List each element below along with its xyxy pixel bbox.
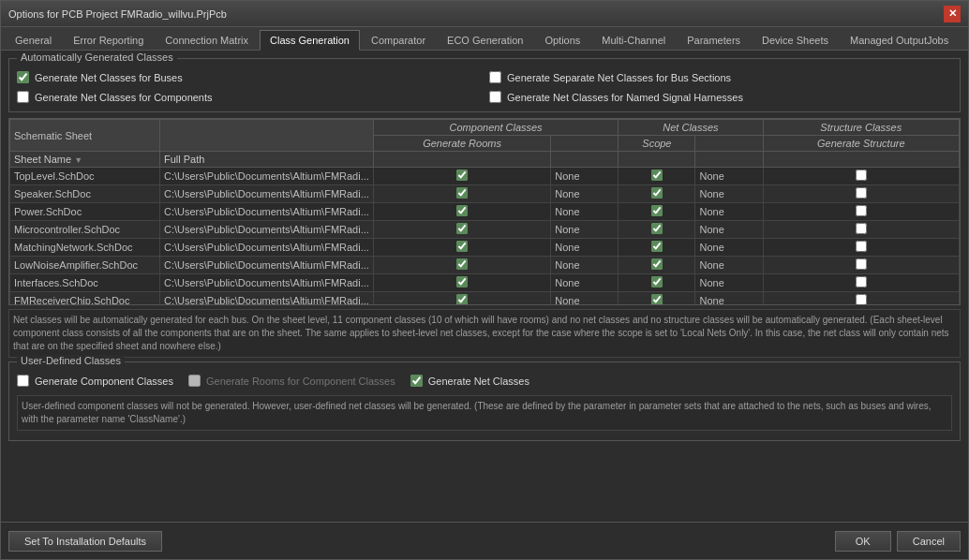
- title-bar: Options for PCB Project FMRadio_willvu.P…: [1, 1, 968, 27]
- tab-parameters[interactable]: Parameters: [677, 30, 751, 50]
- tab-connection-matrix[interactable]: Connection Matrix: [155, 30, 259, 50]
- cell-net-gen-7[interactable]: [619, 292, 695, 306]
- cb-net-buses-row: Generate Net Classes for Buses: [17, 71, 480, 83]
- tab-general[interactable]: General: [5, 30, 62, 50]
- th-comp-scope-val: [551, 152, 619, 168]
- cell-sheet-6: Interfaces.SchDoc: [10, 274, 160, 292]
- cell-comp-gen-6[interactable]: [373, 274, 550, 292]
- table-row[interactable]: Speaker.SchDoc C:\Users\Public\Documents…: [10, 185, 960, 203]
- cell-sheet-1: Speaker.SchDoc: [10, 185, 160, 203]
- table-row[interactable]: Interfaces.SchDoc C:\Users\Public\Docume…: [10, 274, 960, 292]
- cell-struct-gen-7[interactable]: [763, 292, 959, 306]
- cb-net-classes-label: Generate Net Classes: [428, 376, 529, 387]
- ok-button[interactable]: OK: [835, 531, 891, 552]
- cell-sheet-7: FMReceiverChip.SchDoc: [10, 292, 160, 306]
- auto-classes-label: Automatically Generated Classes: [17, 52, 177, 63]
- tab-options[interactable]: Options: [534, 30, 590, 50]
- cell-comp-gen-0[interactable]: [373, 168, 550, 185]
- footer-right: OK Cancel: [835, 531, 961, 552]
- cell-scope2-2: None: [695, 203, 763, 221]
- th-net-scope-val: [695, 152, 763, 168]
- table-row[interactable]: MatchingNetwork.SchDoc C:\Users\Public\D…: [10, 239, 960, 257]
- cb-comp-classes[interactable]: [17, 375, 29, 387]
- table-row[interactable]: Power.SchDoc C:\Users\Public\Documents\A…: [10, 203, 960, 221]
- cell-sheet-0: TopLevel.SchDoc: [10, 168, 160, 185]
- tabs-bar: General Error Reporting Connection Matri…: [1, 27, 968, 51]
- cell-net-gen-6[interactable]: [619, 274, 695, 292]
- cb-separate-bus-sections[interactable]: [489, 71, 501, 83]
- cell-comp-gen-5[interactable]: [373, 257, 550, 274]
- cell-scope-0: None: [551, 168, 619, 185]
- cb-named-signal-harnesses[interactable]: [489, 91, 501, 103]
- sort-arrow-sheet: ▼: [74, 155, 82, 165]
- cb-separate-bus-sections-label: Generate Separate Net Classes for Bus Se…: [507, 72, 731, 83]
- th-comp-gen-check: [373, 152, 550, 168]
- cell-sheet-3: Microcontroller.SchDoc: [10, 221, 160, 239]
- cb-named-signal-harnesses-row: Generate Net Classes for Named Signal Ha…: [489, 91, 952, 103]
- cell-scope2-0: None: [695, 168, 763, 185]
- schematic-table: Schematic Sheet Component Classes Net Cl…: [9, 119, 960, 305]
- table-row[interactable]: FMReceiverChip.SchDoc C:\Users\Public\Do…: [10, 292, 960, 306]
- th-struct-gen-check: [763, 152, 959, 168]
- cell-path-3: C:\Users\Public\Documents\Altium\FMRadi.…: [160, 221, 374, 239]
- cell-comp-gen-1[interactable]: [373, 185, 550, 203]
- tab-comparator[interactable]: Comparator: [361, 30, 436, 50]
- tab-eco-generation[interactable]: ECO Generation: [437, 30, 533, 50]
- th-full-path[interactable]: Full Path: [160, 152, 374, 168]
- table-row[interactable]: TopLevel.SchDoc C:\Users\Public\Document…: [10, 168, 960, 185]
- cell-struct-gen-3[interactable]: [763, 221, 959, 239]
- user-classes-checkboxes: Generate Component Classes Generate Room…: [17, 372, 952, 390]
- tab-class-generation[interactable]: Class Generation: [260, 30, 360, 51]
- th-structure-classes: Structure Classes: [763, 120, 959, 136]
- set-defaults-button[interactable]: Set To Installation Defaults: [8, 531, 162, 552]
- table-row[interactable]: LowNoiseAmplifier.SchDoc C:\Users\Public…: [10, 257, 960, 274]
- cb-net-components-row: Generate Net Classes for Components: [17, 91, 480, 103]
- table-row[interactable]: Microcontroller.SchDoc C:\Users\Public\D…: [10, 221, 960, 239]
- cb-comp-classes-label: Generate Component Classes: [35, 376, 173, 387]
- cell-net-gen-3[interactable]: [619, 221, 695, 239]
- cell-scope2-3: None: [695, 221, 763, 239]
- cell-path-0: C:\Users\Public\Documents\Altium\FMRadi.…: [160, 168, 374, 185]
- dialog-title: Options for PCB Project FMRadio_willvu.P…: [8, 8, 227, 20]
- cancel-button[interactable]: Cancel: [897, 531, 961, 552]
- cb-rooms-comp-classes-label: Generate Rooms for Component Classes: [206, 376, 395, 387]
- cb-net-classes-row: Generate Net Classes: [410, 375, 529, 387]
- cell-net-gen-5[interactable]: [619, 257, 695, 274]
- cell-struct-gen-5[interactable]: [763, 257, 959, 274]
- cell-net-gen-4[interactable]: [619, 239, 695, 257]
- tab-device-sheets[interactable]: Device Sheets: [752, 30, 839, 50]
- th-component-classes: Component Classes: [373, 120, 619, 136]
- cell-struct-gen-6[interactable]: [763, 274, 959, 292]
- cb-net-components[interactable]: [17, 91, 29, 103]
- th-generate-rooms: Generate Rooms: [373, 136, 550, 152]
- cell-path-2: C:\Users\Public\Documents\Altium\FMRadi.…: [160, 203, 374, 221]
- tab-multi-channel[interactable]: Multi-Channel: [591, 30, 676, 50]
- schematic-table-container[interactable]: Schematic Sheet Component Classes Net Cl…: [8, 118, 961, 305]
- cell-comp-gen-3[interactable]: [373, 221, 550, 239]
- cell-comp-gen-7[interactable]: [373, 292, 550, 306]
- cell-comp-gen-4[interactable]: [373, 239, 550, 257]
- cell-struct-gen-4[interactable]: [763, 239, 959, 257]
- cell-net-gen-1[interactable]: [619, 185, 695, 203]
- cb-rooms-comp-classes[interactable]: [188, 375, 201, 387]
- cb-net-classes[interactable]: [410, 375, 423, 387]
- main-dialog: Options for PCB Project FMRadio_willvu.P…: [0, 0, 969, 560]
- cell-struct-gen-0[interactable]: [763, 168, 959, 185]
- tab-error-reporting[interactable]: Error Reporting: [63, 30, 154, 50]
- cell-struct-gen-1[interactable]: [763, 185, 959, 203]
- th-net-classes: Net Classes: [619, 120, 763, 136]
- table-body: TopLevel.SchDoc C:\Users\Public\Document…: [10, 168, 960, 306]
- cell-struct-gen-2[interactable]: [763, 203, 959, 221]
- th-sheet-name[interactable]: Sheet Name ▼: [10, 152, 160, 168]
- tab-managed-outputjobs[interactable]: Managed OutputJobs: [840, 30, 959, 50]
- cell-path-6: C:\Users\Public\Documents\Altium\FMRadi.…: [160, 274, 374, 292]
- cell-net-gen-0[interactable]: [619, 168, 695, 185]
- close-button[interactable]: ✕: [944, 6, 961, 22]
- cell-comp-gen-2[interactable]: [373, 203, 550, 221]
- cell-net-gen-2[interactable]: [619, 203, 695, 221]
- cb-net-buses[interactable]: [17, 71, 29, 83]
- cell-sheet-5: LowNoiseAmplifier.SchDoc: [10, 257, 160, 274]
- user-classes-label: User-Defined Classes: [17, 355, 125, 366]
- cell-scope-3: None: [551, 221, 619, 239]
- th-generate-structure: Generate Structure: [763, 136, 959, 152]
